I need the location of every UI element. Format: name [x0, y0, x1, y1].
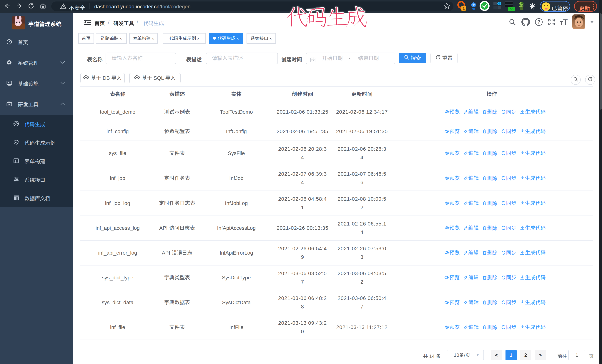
svg-text:T: T [560, 20, 563, 26]
svg-text:on: on [510, 7, 514, 11]
svg-text:1: 1 [463, 7, 465, 10]
svg-text:?: ? [537, 19, 540, 25]
svg-text:T: T [563, 18, 568, 26]
